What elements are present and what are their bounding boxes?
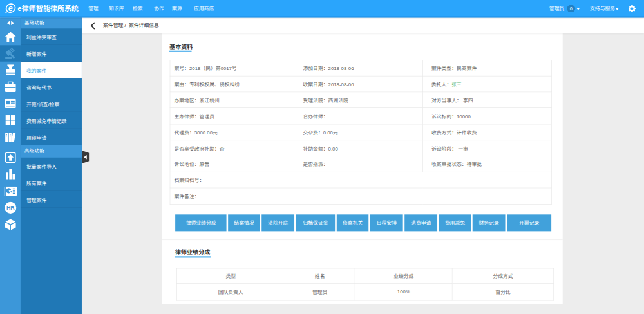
svg-text:HR: HR: [6, 205, 15, 211]
